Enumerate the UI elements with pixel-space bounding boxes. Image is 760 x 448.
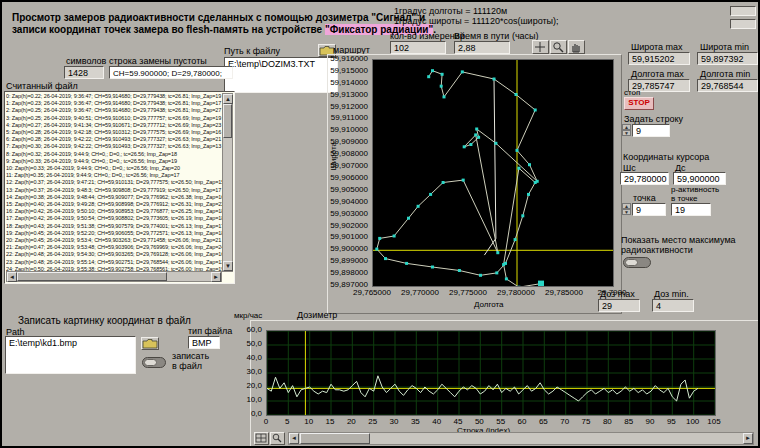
table-row[interactable]: 18: Zap(h)=0.43; 26-04-2019; 9:51:38; CH… xyxy=(6,223,223,230)
hand-icon xyxy=(569,41,584,53)
table-row[interactable]: 22: Zap(h)=0.48; 26-04-2019; 9:54:30; CH… xyxy=(6,251,223,258)
table-row[interactable]: 16: Zap(h)=0.42; 26-04-2019; 9:50:10; CH… xyxy=(6,208,223,215)
dose-max-label: Доз max xyxy=(600,289,635,299)
table-row[interactable]: 4: Zap(h)=0.27; 26-04-2019; 9:41:34; CH=… xyxy=(6,122,223,129)
save-panel-title: Записать картинку координат в файл xyxy=(18,315,191,327)
table-row[interactable]: 2: Zap(h)=0.25; 26-04-2019; 9:36:47; CH=… xyxy=(6,107,223,114)
point-label: точка xyxy=(633,193,656,203)
route-plot[interactable] xyxy=(372,59,614,287)
set-row-spinner[interactable]: ▲▼ xyxy=(622,124,631,137)
table-row[interactable]: 19: Zap(h)=0.45; 26-04-2019; 9:52:20; CH… xyxy=(6,230,223,237)
listbox-hscrollbar[interactable]: ◄ ► xyxy=(6,271,222,282)
graph-zoom-tool-button[interactable] xyxy=(550,40,567,54)
set-row-label: Задать строку xyxy=(624,114,683,124)
cursor-x-value: 29,780000 xyxy=(620,172,669,185)
write-file-label-1: записать xyxy=(172,351,209,361)
toggle-knob xyxy=(625,259,638,266)
table-row[interactable]: 7: Zap(h)=0.30; 26-04-2019; 9:42:22; CH=… xyxy=(6,143,223,150)
lat-min-value: 59,897392 xyxy=(697,52,758,65)
table-row[interactable]: 10: Zap(h)=0.33; 26-04-2019; 9:44:9; CH=… xyxy=(6,165,223,172)
table-row[interactable]: 13: Zap(h)=0.37; 26-04-2019; 9:48:3; CH=… xyxy=(6,187,223,194)
doz-palette-button-1[interactable] xyxy=(254,432,269,445)
file-listbox-rows: 0: Zap(h)=0.22; 26-04-2019; 9:36:47; CH=… xyxy=(6,93,223,272)
lat-min-label: Широта min xyxy=(700,42,749,52)
table-row[interactable]: 6: Zap(h)=0.28; 26-04-2019; 9:42:22; CH=… xyxy=(6,136,223,143)
route-x-axis-label: Долгота xyxy=(474,300,504,310)
table-row[interactable]: 5: Zap(h)=0.28; 26-04-2019; 9:42:18; CH=… xyxy=(6,129,223,136)
listbox-vscrollbar[interactable]: ▲ ▼ xyxy=(222,93,233,272)
time-value: 2,88 xyxy=(454,41,510,54)
table-row[interactable]: 21: Zap(h)=0.47; 26-04-2019; 9:53:48; CH… xyxy=(6,244,223,251)
cursor-y-value: 59,900000 xyxy=(673,172,726,185)
decrement-icon[interactable]: ▼ xyxy=(622,130,631,136)
file-type-input[interactable]: BMP xyxy=(188,336,220,349)
point-input[interactable]: 9 xyxy=(632,203,666,216)
dose-min-label: Доз min. xyxy=(654,289,689,299)
file-listbox[interactable]: 0: Zap(h)=0.22; 26-04-2019; 9:36:47; CH=… xyxy=(4,91,235,284)
dose-max-value: 29 xyxy=(598,299,640,312)
app-title-line2: записи координат точек замера во flesh-п… xyxy=(12,24,436,36)
scroll-left-icon[interactable]: ◄ xyxy=(7,272,17,282)
table-row[interactable]: 3: Zap(h)=0.25; 26-04-2019; 9:40:51; CH=… xyxy=(6,115,223,122)
corner-indicator-2 xyxy=(730,19,756,29)
doz-chart-title: Дозиметр xyxy=(297,310,337,320)
save-browse-folder-button[interactable] xyxy=(141,337,159,350)
hscroll-thumb[interactable] xyxy=(17,272,167,281)
save-path-input[interactable]: E:\temp\kd1.bmp xyxy=(5,336,136,374)
write-file-label-2: в файл xyxy=(172,361,202,371)
file-path-input[interactable]: E:\temp\DOZIM3.TXT xyxy=(224,57,338,93)
table-row[interactable]: 11: Zap(h)=0.35; 26-04-2019; 9:44:9; CH=… xyxy=(6,172,223,179)
table-row[interactable]: 0: Zap(h)=0.22; 26-04-2019; 9:36:47; CH=… xyxy=(6,93,223,100)
show-max-toggle[interactable] xyxy=(623,257,651,268)
lat-max-value: 59,915202 xyxy=(628,52,690,65)
lon-min-value: 29,768544 xyxy=(697,79,758,92)
show-max-label-2: радиоактивности xyxy=(621,245,693,255)
lat-max-label: Широта max xyxy=(631,42,683,52)
scroll-right-icon[interactable]: ► xyxy=(743,433,753,444)
scroll-down-icon[interactable]: ▼ xyxy=(223,261,233,271)
table-row[interactable]: 9: Zap(h)=0.33; 26-04-2019; 9:44:9; CH=0… xyxy=(6,158,223,165)
graph-cursor-tool-button[interactable] xyxy=(532,40,549,54)
doz-hscroll-thumb[interactable] xyxy=(300,433,370,444)
formula-longitude: 1градус долготы = 111120м xyxy=(394,6,507,16)
grid-icon xyxy=(255,433,268,444)
table-row[interactable]: 15: Zap(h)=0.40; 26-04-2019; 9:49:28; CH… xyxy=(6,201,223,208)
table-row[interactable]: 17: Zap(h)=0.42; 26-04-2019; 9:50:54; CH… xyxy=(6,215,223,222)
route-plot-svg xyxy=(373,60,613,286)
activity-value: 19 xyxy=(671,203,711,216)
table-row[interactable]: 23: Zap(h)=0.48; 26-04-2019; 9:55:14; CH… xyxy=(6,259,223,266)
app-title-line1: Просмотр замеров радиоактивности сделанн… xyxy=(12,12,425,24)
table-row[interactable]: 14: Zap(h)=0.38; 26-04-2019; 9:48:44; CH… xyxy=(6,194,223,201)
graph-pan-tool-button[interactable] xyxy=(568,40,585,54)
scroll-left-icon[interactable]: ◄ xyxy=(289,433,299,444)
doz-palette-button-2[interactable] xyxy=(270,432,285,445)
table-row[interactable]: 20: Zap(h)=0.45; 26-04-2019; 9:53:4; CH=… xyxy=(6,237,223,244)
scroll-right-icon[interactable]: ► xyxy=(211,272,221,282)
route-y-axis-label: Широта xyxy=(329,142,339,171)
dose-min-value: 4 xyxy=(652,299,694,312)
magnifier-icon xyxy=(551,41,566,53)
table-row[interactable]: 8: Zap(h)=0.32; 26-04-2019; 9:44:9; CH=0… xyxy=(6,151,223,158)
vscroll-thumb[interactable] xyxy=(223,104,232,138)
toggle-knob xyxy=(144,359,157,366)
point-spinner[interactable]: ▲▼ xyxy=(622,203,631,216)
chars-value: 1428 xyxy=(64,66,104,79)
empty-string-label: строка замены пустоты xyxy=(109,56,207,66)
formula-latitude: 1градус широты = 111120*cos(широты); xyxy=(394,16,559,26)
write-file-toggle[interactable] xyxy=(142,357,166,368)
doz-hscrollbar[interactable]: ◄ ► xyxy=(288,432,754,445)
table-row[interactable]: 12: Zap(h)=0.37; 26-04-2019; 9:47:21; CH… xyxy=(6,179,223,186)
magnifier-icon xyxy=(271,433,284,444)
lon-max-label: Долгота max xyxy=(631,69,684,79)
empty-string-input[interactable]: CH=59.900000; D=29,780000; xyxy=(109,66,233,79)
decrement-icon[interactable]: ▼ xyxy=(622,209,631,215)
doz-plot[interactable] xyxy=(266,330,716,416)
stop-button[interactable]: STOP xyxy=(624,97,654,110)
lon-min-label: Долгота min xyxy=(700,69,750,79)
folder-icon xyxy=(142,338,158,349)
set-row-input[interactable]: 9 xyxy=(632,124,670,137)
time-label: Время в пути (часы) xyxy=(454,31,539,41)
scroll-up-icon[interactable]: ▲ xyxy=(223,94,233,104)
table-row[interactable]: 1: Zap(h)=0.23; 26-04-2019; 9:36:47; CH=… xyxy=(6,100,223,107)
count-value: 102 xyxy=(390,41,446,54)
